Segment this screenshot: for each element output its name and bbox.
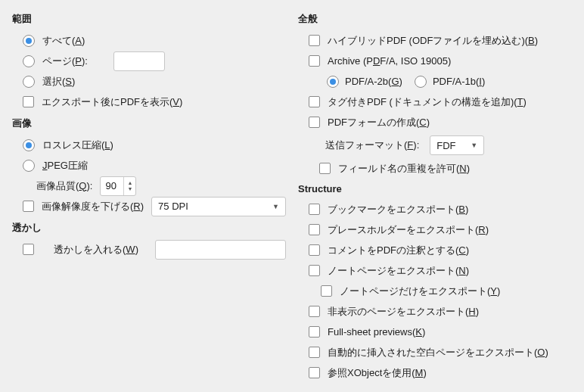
range-title: 範囲 bbox=[12, 12, 286, 26]
hidden-pages-label[interactable]: 非表示のページをエクスポート(H) bbox=[328, 305, 479, 319]
jpeg-label[interactable]: JPEG圧縮 bbox=[42, 159, 88, 173]
chevron-down-icon: ▼ bbox=[272, 203, 279, 210]
quality-value: 90 bbox=[101, 180, 123, 191]
dpi-value: 75 DPI bbox=[158, 201, 188, 212]
range-pages-radio[interactable] bbox=[23, 55, 35, 67]
structure-title: Structure bbox=[298, 183, 572, 194]
chevron-down-icon: ▼ bbox=[127, 186, 132, 192]
submit-format-label: 送信フォーマット(F): bbox=[325, 138, 419, 152]
quality-spin[interactable]: 90 ▲▼ bbox=[100, 176, 136, 196]
range-selection-label[interactable]: 選択(S) bbox=[42, 75, 75, 89]
pdf-forms-checkbox[interactable] bbox=[309, 117, 320, 128]
bookmarks-checkbox[interactable] bbox=[309, 204, 320, 215]
pages-input[interactable] bbox=[113, 51, 165, 71]
range-all-radio[interactable] bbox=[23, 35, 35, 47]
submit-format-combo[interactable]: FDF ▼ bbox=[430, 135, 484, 155]
placeholders-checkbox[interactable] bbox=[309, 224, 320, 235]
tagged-pdf-checkbox[interactable] bbox=[309, 96, 320, 107]
range-all-label[interactable]: すべて(A) bbox=[42, 34, 85, 48]
notes-only-label[interactable]: ノートページだけをエクスポート(Y) bbox=[340, 285, 500, 298]
range-pages-label[interactable]: ページ(P): bbox=[42, 54, 88, 68]
lossless-label[interactable]: ロスレス圧縮(L) bbox=[42, 138, 113, 152]
xobject-checkbox[interactable] bbox=[309, 367, 320, 378]
dpi-combo[interactable]: 75 DPI ▼ bbox=[151, 197, 286, 216]
lossless-radio[interactable] bbox=[23, 139, 35, 151]
submit-format-value: FDF bbox=[436, 140, 455, 151]
auto-blank-label[interactable]: 自動的に挿入された空白ページをエクスポート(O) bbox=[328, 346, 548, 359]
pdfa1b-label[interactable]: PDF/A-1b(I) bbox=[433, 76, 485, 87]
hybrid-pdf-label[interactable]: ハイブリッドPDF (ODFファイルを埋め込む)(B) bbox=[328, 34, 538, 48]
general-title: 全般 bbox=[298, 12, 572, 26]
archive-checkbox[interactable] bbox=[309, 55, 320, 67]
jpeg-radio[interactable] bbox=[23, 160, 35, 172]
archive-label[interactable]: Archive (PDF/A, ISO 19005) bbox=[328, 55, 451, 67]
bookmarks-label[interactable]: ブックマークをエクスポート(B) bbox=[328, 203, 468, 216]
full-sheet-checkbox[interactable] bbox=[309, 326, 320, 338]
hidden-pages-checkbox[interactable] bbox=[309, 306, 320, 317]
reduce-resolution-label[interactable]: 画像解像度を下げる(R) bbox=[42, 200, 144, 213]
chevron-up-icon: ▲ bbox=[127, 180, 132, 186]
spin-arrows[interactable]: ▲▼ bbox=[123, 177, 135, 195]
dup-field-checkbox[interactable] bbox=[319, 163, 331, 174]
tagged-pdf-label[interactable]: タグ付きPDF (ドキュメントの構造を追加)(T) bbox=[328, 95, 527, 109]
chevron-down-icon: ▼ bbox=[471, 142, 477, 149]
full-sheet-label[interactable]: Full-sheet previews(K) bbox=[328, 326, 425, 338]
notes-only-checkbox[interactable] bbox=[321, 285, 332, 297]
xobject-label[interactable]: 参照XObjectを使用(M) bbox=[328, 366, 427, 380]
view-after-export-label[interactable]: エクスポート後にPDFを表示(V) bbox=[42, 95, 182, 109]
reduce-resolution-checkbox[interactable] bbox=[23, 201, 34, 212]
hybrid-pdf-checkbox[interactable] bbox=[309, 35, 320, 46]
comments-checkbox[interactable] bbox=[309, 244, 320, 256]
placeholders-label[interactable]: プレースホルダーをエクスポート(R) bbox=[328, 223, 489, 237]
view-after-export-checkbox[interactable] bbox=[23, 96, 34, 107]
watermark-label[interactable]: 透かしを入れる(W) bbox=[54, 243, 138, 257]
comments-label[interactable]: コメントをPDFの注釈とする(C) bbox=[328, 244, 469, 257]
pdfa1b-radio[interactable] bbox=[415, 76, 427, 88]
range-selection-radio[interactable] bbox=[23, 76, 35, 88]
quality-label: 画像品質(Q): bbox=[36, 179, 92, 193]
watermark-title: 透かし bbox=[12, 221, 286, 235]
notes-checkbox[interactable] bbox=[309, 265, 320, 276]
images-title: 画像 bbox=[12, 117, 286, 130]
pdfa2b-label[interactable]: PDF/A-2b(G) bbox=[345, 76, 402, 87]
notes-label[interactable]: ノートページをエクスポート(N) bbox=[328, 264, 469, 278]
watermark-input[interactable] bbox=[155, 240, 286, 260]
auto-blank-checkbox[interactable] bbox=[309, 347, 320, 358]
watermark-checkbox[interactable] bbox=[23, 244, 34, 255]
pdfa2b-radio[interactable] bbox=[327, 76, 339, 88]
dup-field-label[interactable]: フィールド名の重複を許可(N) bbox=[338, 162, 470, 176]
pdf-forms-label[interactable]: PDFフォームの作成(C) bbox=[328, 116, 430, 129]
